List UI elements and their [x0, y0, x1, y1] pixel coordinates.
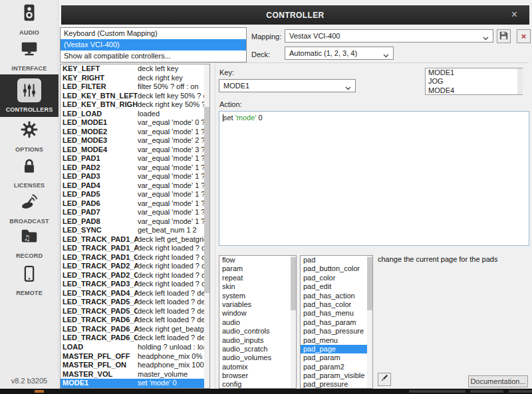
mapped-key-row[interactable]: LED_KEY_BTN_LEFTdeck left key 50% ? off [61, 92, 209, 101]
mapped-key-row[interactable]: LED_PAD5var_equal 'mode' 1 ? lo [61, 190, 209, 199]
mapping-dropdown[interactable]: Vestax VCI-400 [285, 29, 493, 43]
sidebar-item-broadcast[interactable]: BROADCAST [0, 190, 59, 225]
action-name-row[interactable]: pad_param [301, 353, 372, 362]
action-group-row[interactable]: audio_scratch [219, 345, 296, 353]
key-event-row[interactable]: JOG [426, 77, 522, 86]
action-name-row[interactable]: pad_param_visible [301, 371, 372, 380]
mapped-key-row[interactable]: LED_KEY_BTN_RIGHTdeck right key 50% ? o [61, 100, 209, 110]
mapped-key-row[interactable]: LED_PAD6var_equal 'mode' 1 ? lo [61, 199, 209, 209]
key-dropdown[interactable]: MODE1 [219, 79, 356, 92]
action-name-row[interactable]: pad [301, 256, 372, 264]
action-script-editor[interactable]: set 'mode' 0 [219, 111, 529, 246]
action-name-row[interactable]: pad_has_param [301, 318, 372, 327]
close-icon[interactable]: × [511, 8, 517, 21]
mapped-key-row[interactable]: LED_TRACK_PAD2_A_Fdeck right loaded ? de [61, 262, 209, 271]
action-group-row[interactable]: skin [219, 282, 296, 291]
mapped-key-row[interactable]: LED_PAD4var_equal 'mode' 1 ? lo [61, 181, 209, 191]
action-group-row[interactable]: audio [219, 318, 296, 327]
mapped-key-row[interactable]: LED_LOADloaded [61, 110, 209, 119]
mapped-key-row[interactable]: LED_TRACK_PAD1_A_Fdeck right loaded ? de [61, 244, 209, 253]
mapped-key-row[interactable]: LED_TRACK_PAD5_C_Ldeck left loaded ? dec… [61, 307, 209, 316]
action-name-row[interactable]: pad_edit [301, 282, 372, 291]
action-group-row[interactable]: variables [219, 300, 296, 309]
group-list-scrollbar[interactable] [291, 256, 296, 388]
mapped-key-row[interactable]: LED_TRACK_PAD4_A_Ldeck left loaded ? dec… [61, 289, 209, 298]
group-list-scrollbar-thumb[interactable] [291, 257, 296, 310]
device-row-selected[interactable]: (Vestax VCI-400) [61, 39, 246, 50]
sidebar-item-options[interactable]: OPTIONS [0, 120, 59, 153]
action-group-row[interactable]: audio_inputs [219, 336, 296, 345]
mapped-key-row[interactable]: MODE1set 'mode' 0 [61, 379, 209, 388]
action-name-row[interactable]: pad_has_pressure [301, 327, 372, 336]
action-group-row[interactable]: param [219, 264, 296, 273]
mapped-key-row[interactable]: LED_TRACK_PAD2_C_Fdeck right loaded ? de [61, 271, 209, 280]
key-list-scrollbar[interactable] [204, 64, 209, 388]
action-name-row[interactable]: pad_pressure [301, 380, 372, 389]
action-group-row[interactable]: browser [219, 371, 296, 380]
key-list-scrollbar-thumb[interactable] [204, 107, 209, 293]
action-group-row[interactable]: automix [219, 363, 296, 371]
action-group-row[interactable]: flow [219, 256, 296, 264]
device-row[interactable]: Show all compatible controllers... [61, 50, 246, 62]
action-list-scrollbar[interactable] [367, 256, 372, 388]
edit-action-button[interactable] [378, 373, 391, 386]
mapped-key-row[interactable]: KEY_RIGHTdeck right key [61, 74, 209, 83]
action-name-row[interactable]: pad_color [301, 274, 372, 282]
mapped-key-row[interactable]: LED_SYNCget_beat_num 1 2 [61, 226, 209, 235]
action-group-row[interactable]: audio_controls [219, 327, 296, 336]
device-row[interactable]: Keyboard (Custom Mapping) [61, 28, 246, 39]
mapped-key-row[interactable]: LED_TRACK_PAD1_A_Ldeck left get_beatgrid [61, 235, 209, 245]
action-group-row[interactable]: config [219, 380, 296, 389]
mapped-key-row[interactable]: LED_MODE1var_equal 'mode' 0 ? o [61, 118, 209, 128]
mapped-key-row[interactable]: MASTER_PFL_ONheadphone_mix 100% [61, 361, 209, 370]
sidebar-item-remote[interactable]: REMOTE [0, 262, 59, 296]
action-name-row[interactable]: pad_button_color [301, 264, 372, 273]
save-mapping-button[interactable] [497, 29, 511, 43]
mapped-key-row[interactable]: LED_MODE4var_equal 'mode' 3 ? o [61, 146, 209, 155]
action-group-row[interactable]: audio_volumes [219, 353, 296, 362]
mapped-key-row[interactable]: MASTER_PFL_OFFheadphone_mix 0% [61, 352, 209, 361]
action-name-row[interactable]: pad_menu [301, 336, 372, 345]
sidebar-item-interface[interactable]: INTERFACE [0, 37, 59, 72]
action-name-row[interactable]: pad_has_color [301, 300, 372, 309]
mapped-key-row[interactable]: LED_PAD3var_equal 'mode' 1 ? lo [61, 172, 209, 181]
mapped-key-row[interactable]: LED_PAD8var_equal 'mode' 1 ? lo [61, 217, 209, 227]
mapped-key-row[interactable]: LED_PAD2var_equal 'mode' 1 ? lo [61, 163, 209, 173]
action-group-row[interactable]: system [219, 292, 296, 300]
documentation-button[interactable]: Documentation... [468, 375, 528, 387]
mapped-key-row[interactable]: LED_PAD1var_equal 'mode' 1 ? lo [61, 154, 209, 163]
mapped-key-row[interactable]: LOADholding ? unload : load [61, 343, 209, 352]
action-group-row[interactable]: window [219, 309, 296, 318]
sidebar-item-record[interactable]: ♫ RECORD [0, 226, 59, 259]
action-group-row[interactable]: repeat [219, 274, 296, 282]
action-list-scrollbar-thumb[interactable] [367, 257, 372, 310]
mapped-key-row[interactable]: LED_TRACK_PAD6_A_Fdeck right get_beatgri… [61, 325, 209, 334]
mapped-key-row[interactable]: LED_FILTERfilter 50% ? off : on [61, 82, 209, 92]
sidebar-item-licenses[interactable]: LICENSES [0, 154, 59, 189]
key-event-row[interactable]: MODE1 [426, 68, 522, 77]
sidebar-item-audio[interactable]: AUDIO [0, 3, 59, 36]
delete-mapping-button[interactable]: × [517, 29, 531, 43]
mapped-key-row[interactable]: MASTER_VOLmaster_volume [61, 370, 209, 379]
sidebar-item-controllers[interactable]: CONTROLLERS [0, 74, 59, 117]
mapped-key-row[interactable]: LED_TRACK_PAD3_A_Fdeck right loaded ? de [61, 280, 209, 289]
mapped-key-row[interactable]: LED_TRACK_PAD1_C_Fdeck right loaded ? de [61, 253, 209, 262]
key-name: LED_TRACK_PAD1_A_F [61, 244, 138, 253]
key-name: LED_LOAD [61, 110, 138, 119]
mapped-key-row[interactable]: LED_TRACK_PAD6_C_Ldeck left loaded ? dec… [61, 334, 209, 343]
mapped-key-row[interactable]: LED_PAD7var_equal 'mode' 1 ? lo [61, 208, 209, 217]
action-name-row[interactable]: pad_has_action [301, 292, 372, 300]
key-event-scrollbar[interactable] [517, 68, 523, 94]
action-name-row[interactable]: pad_page [301, 345, 372, 353]
mapped-key-row[interactable]: LED_TRACK_PAD6_A_Ldeck left loaded ? dec… [61, 316, 209, 325]
action-name-row[interactable]: pad_has_menu [301, 309, 372, 318]
mapped-key-row[interactable]: KEY_LEFTdeck left key [61, 64, 209, 74]
mapped-key-row[interactable]: LED_TRACK_PAD5_A_Ldeck left loaded ? dec… [61, 298, 209, 307]
key-event-row[interactable]: MODE4 [426, 86, 522, 95]
key-action: deck left key 50% ? off [138, 92, 209, 100]
key-name: LED_PAD7 [61, 208, 138, 217]
deck-dropdown[interactable]: Automatic (1, 2, 3, 4) [285, 47, 394, 60]
action-name-row[interactable]: pad_param2 [301, 363, 372, 371]
mapped-key-row[interactable]: LED_MODE2var_equal 'mode' 1 ? o [61, 128, 209, 137]
mapped-key-row[interactable]: LED_MODE3var_equal 'mode' 2 ? o [61, 136, 209, 146]
